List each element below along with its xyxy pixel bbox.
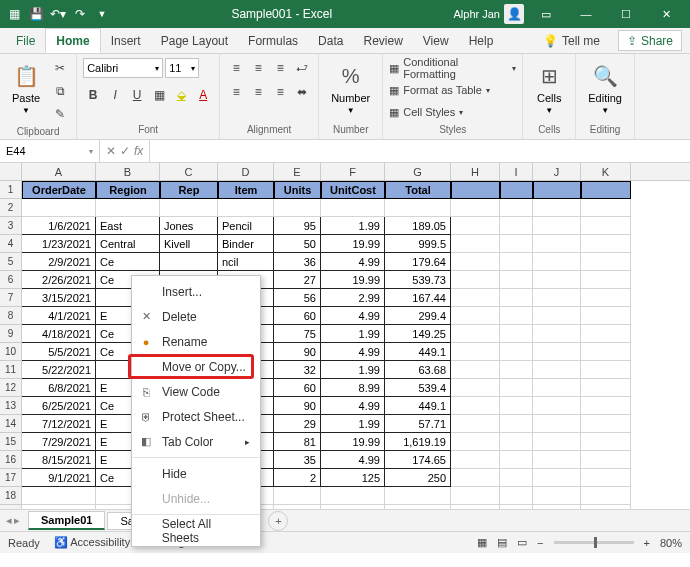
minimize-button[interactable]: —: [568, 0, 604, 28]
cell[interactable]: [533, 217, 581, 235]
cell[interactable]: [581, 199, 631, 217]
conditional-formatting-button[interactable]: ▦Conditional Formatting▾: [389, 58, 516, 78]
underline-button[interactable]: U: [127, 85, 147, 105]
ctx-tab-color[interactable]: ◧Tab Color▸: [132, 429, 260, 454]
cell[interactable]: [96, 199, 160, 217]
cell[interactable]: [160, 253, 218, 271]
cell[interactable]: [451, 271, 500, 289]
cell[interactable]: [500, 271, 533, 289]
qat-dropdown-icon[interactable]: ▼: [94, 6, 110, 22]
cell[interactable]: 189.05: [385, 217, 451, 235]
font-color-button[interactable]: A: [193, 85, 213, 105]
cell[interactable]: [533, 199, 581, 217]
cell[interactable]: 449.1: [385, 397, 451, 415]
cell[interactable]: [321, 487, 385, 505]
cell[interactable]: 32: [274, 361, 321, 379]
cell[interactable]: 1.99: [321, 361, 385, 379]
next-sheet-button[interactable]: ▸: [14, 514, 20, 527]
formula-input[interactable]: [150, 140, 690, 162]
cell[interactable]: [581, 361, 631, 379]
cell[interactable]: [581, 217, 631, 235]
cell[interactable]: [500, 487, 533, 505]
cell[interactable]: [500, 415, 533, 433]
cell[interactable]: [500, 451, 533, 469]
cell[interactable]: [533, 379, 581, 397]
cell[interactable]: 1/6/2021: [22, 217, 96, 235]
cell[interactable]: [581, 235, 631, 253]
col-header[interactable]: I: [500, 163, 533, 180]
align-bot-button[interactable]: ≡: [270, 58, 290, 78]
cell[interactable]: [581, 505, 631, 509]
user-account[interactable]: Alphr Jan 👤: [454, 4, 524, 24]
cell[interactable]: [500, 289, 533, 307]
cell[interactable]: [451, 433, 500, 451]
cell[interactable]: [274, 487, 321, 505]
align-right-button[interactable]: ≡: [270, 82, 290, 102]
cell[interactable]: 4/1/2021: [22, 307, 96, 325]
col-header[interactable]: A: [22, 163, 96, 180]
cell[interactable]: 50: [274, 235, 321, 253]
paste-button[interactable]: 📋 Paste ▼: [6, 58, 46, 119]
cell[interactable]: [451, 469, 500, 487]
cell[interactable]: [321, 505, 385, 509]
cell[interactable]: [500, 217, 533, 235]
cell[interactable]: 36: [274, 253, 321, 271]
tab-page-layout[interactable]: Page Layout: [151, 28, 238, 53]
cell[interactable]: [500, 361, 533, 379]
ctx-view-code[interactable]: ⎘View Code: [132, 379, 260, 404]
cell[interactable]: East: [96, 217, 160, 235]
cell[interactable]: 35: [274, 451, 321, 469]
cell[interactable]: 90: [274, 343, 321, 361]
copy-button[interactable]: ⧉: [50, 81, 70, 101]
tab-home[interactable]: Home: [45, 28, 100, 53]
cell[interactable]: [581, 289, 631, 307]
cut-button[interactable]: ✂: [50, 58, 70, 78]
cell[interactable]: [500, 199, 533, 217]
row-header[interactable]: 5: [0, 253, 22, 271]
tab-view[interactable]: View: [413, 28, 459, 53]
format-painter-button[interactable]: ✎: [50, 104, 70, 124]
cell[interactable]: [218, 199, 274, 217]
cell[interactable]: [385, 505, 451, 509]
cell[interactable]: [533, 325, 581, 343]
cell[interactable]: Pencil: [218, 217, 274, 235]
cell[interactable]: 2/9/2021: [22, 253, 96, 271]
row-header[interactable]: 13: [0, 397, 22, 415]
cell[interactable]: 9/1/2021: [22, 469, 96, 487]
row-header[interactable]: 14: [0, 415, 22, 433]
sheet-tab-1[interactable]: Sample01: [28, 511, 105, 530]
view-normal-button[interactable]: ▦: [477, 536, 487, 549]
cell[interactable]: [581, 343, 631, 361]
cell[interactable]: [451, 343, 500, 361]
cell[interactable]: 60: [274, 379, 321, 397]
cell[interactable]: 125: [321, 469, 385, 487]
maximize-button[interactable]: ☐: [608, 0, 644, 28]
zoom-in-button[interactable]: +: [644, 537, 650, 549]
cell[interactable]: Binder: [218, 235, 274, 253]
row-header[interactable]: 19: [0, 505, 22, 509]
cell[interactable]: 56: [274, 289, 321, 307]
cell[interactable]: 4.99: [321, 343, 385, 361]
cell[interactable]: 449.1: [385, 343, 451, 361]
cell[interactable]: Kivell: [160, 235, 218, 253]
row-header[interactable]: 4: [0, 235, 22, 253]
cell[interactable]: [274, 505, 321, 509]
cell[interactable]: [500, 181, 533, 199]
cell[interactable]: [581, 397, 631, 415]
row-header[interactable]: 17: [0, 469, 22, 487]
italic-button[interactable]: I: [105, 85, 125, 105]
tab-file[interactable]: File: [6, 28, 45, 53]
cell[interactable]: [451, 505, 500, 509]
cell[interactable]: [451, 217, 500, 235]
cell[interactable]: [22, 199, 96, 217]
cell[interactable]: [533, 505, 581, 509]
tab-review[interactable]: Review: [353, 28, 412, 53]
border-button[interactable]: ▦: [149, 85, 169, 105]
cell[interactable]: [533, 361, 581, 379]
cell[interactable]: Ce: [96, 253, 160, 271]
cell[interactable]: [533, 181, 581, 199]
cell[interactable]: 1.99: [321, 415, 385, 433]
cell[interactable]: Central: [96, 235, 160, 253]
cell[interactable]: [321, 199, 385, 217]
cell[interactable]: 250: [385, 469, 451, 487]
